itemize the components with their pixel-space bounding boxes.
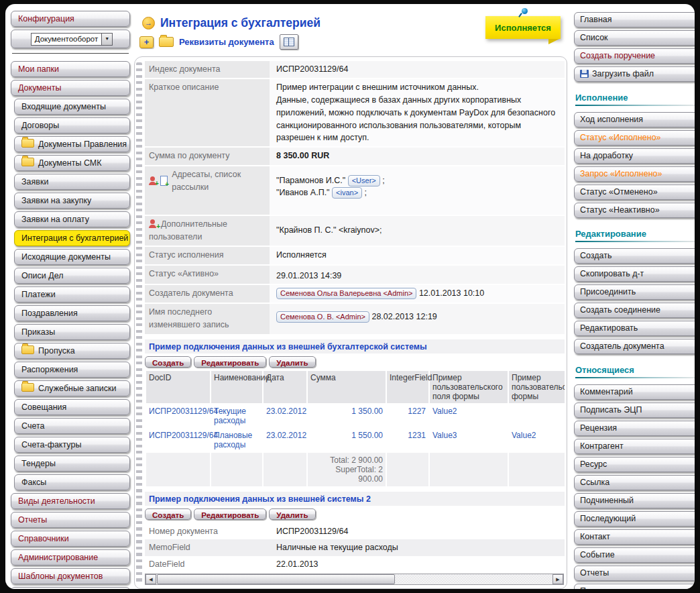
doc-requisites-link[interactable]: Реквизиты документа bbox=[179, 37, 274, 47]
create-assignment-button[interactable]: Создать поручение bbox=[574, 48, 695, 64]
sidebar-item[interactable]: Заявки на оплату bbox=[14, 211, 130, 227]
configuration-button[interactable]: Конфигурация bbox=[11, 11, 130, 27]
action-button[interactable]: На доработку bbox=[574, 148, 695, 164]
action-button[interactable]: Статус «Неактивно» bbox=[574, 203, 695, 218]
book-icon bbox=[284, 38, 294, 46]
action-button[interactable]: Скопировать д-т bbox=[574, 266, 695, 282]
sidebar-item[interactable]: Мои папки bbox=[11, 61, 130, 77]
modifier-date: 28.02.2013 12:19 bbox=[371, 312, 436, 321]
list-button[interactable]: Список bbox=[574, 30, 695, 46]
scroll-left-arrow[interactable]: ◀ bbox=[145, 574, 156, 584]
action-button[interactable]: Ресурс bbox=[574, 457, 695, 472]
sidebar-item[interactable]: Факсы bbox=[14, 474, 130, 490]
horizontal-scrollbar[interactable]: ◀ ▶ bbox=[145, 574, 564, 585]
create-button[interactable]: Создать bbox=[145, 356, 191, 368]
add-user-icon[interactable]: + bbox=[149, 176, 158, 185]
action-button[interactable]: Контрагент bbox=[574, 439, 695, 454]
delete-button[interactable]: Удалить bbox=[269, 508, 315, 520]
sidebar-item[interactable]: Служебные записки bbox=[14, 380, 130, 396]
user-chip[interactable]: <User> bbox=[348, 175, 380, 186]
sidebar-item[interactable]: Документы Правления bbox=[14, 136, 130, 152]
sidebar-item[interactable]: Заявки на закупку bbox=[14, 193, 130, 209]
add-button[interactable]: + bbox=[139, 36, 154, 48]
action-button[interactable]: Подписать ЭЦП bbox=[574, 402, 695, 418]
totals-cell: Total: 2 900.00 SuperTotal: 2 900.00 bbox=[307, 452, 386, 487]
sidebar-item[interactable]: Распоряжения bbox=[14, 362, 130, 378]
action-button[interactable]: Статус «Отменено» bbox=[574, 184, 695, 200]
action-button[interactable]: Ход исполнения bbox=[574, 112, 695, 127]
sidebar-item[interactable]: Счета bbox=[14, 418, 130, 434]
action-button[interactable]: Комментарий bbox=[574, 384, 695, 400]
cell-docid[interactable]: ИСПР20031129/64 bbox=[145, 404, 211, 428]
create-button[interactable]: Создать bbox=[145, 508, 191, 520]
section2-title: Пример подключения данных из внешней сис… bbox=[145, 492, 565, 506]
action-button[interactable]: Редактировать bbox=[574, 321, 695, 336]
action-button[interactable]: Присоединить bbox=[574, 284, 695, 300]
add-document-icon[interactable]: + bbox=[160, 176, 168, 186]
delete-button[interactable]: Удалить bbox=[269, 356, 315, 368]
scroll-right-arrow[interactable]: ▶ bbox=[552, 574, 563, 584]
sidebar-item[interactable]: Пропуска bbox=[14, 343, 130, 359]
sidebar-item[interactable]: Входящие документы bbox=[14, 99, 130, 115]
action-button[interactable]: Статус «Исполнено» bbox=[574, 130, 695, 146]
sidebar-item[interactable]: Виды деятельности bbox=[11, 493, 130, 509]
field-row: Номер документа ИСПР20031129/64 bbox=[145, 523, 565, 540]
cell-docid[interactable]: ИСПР20031129/64 bbox=[145, 428, 211, 452]
home-button[interactable]: Главная bbox=[574, 12, 695, 28]
sidebar-item[interactable]: Администрирование bbox=[11, 549, 130, 565]
action-button[interactable]: Создать bbox=[574, 248, 695, 264]
sidebar-item[interactable]: Документы СМК bbox=[14, 155, 130, 171]
sidebar-item-label: Документы bbox=[18, 83, 61, 93]
totals-row: Total: 2 900.00 SuperTotal: 2 900.00 bbox=[145, 452, 565, 487]
sidebar-item[interactable]: Платежи bbox=[14, 286, 130, 303]
action-button[interactable]: Подчиненный bbox=[574, 493, 695, 508]
sidebar-item[interactable]: Приказы bbox=[14, 324, 130, 340]
modifier-chip[interactable]: Семенова О. В. <Admin> bbox=[276, 311, 369, 323]
sidebar-item[interactable]: Договоры bbox=[14, 117, 130, 133]
sidebar-item[interactable]: Счета-фактуры bbox=[14, 437, 130, 453]
scrollbar-thumb[interactable] bbox=[157, 574, 395, 584]
cell-name[interactable]: Плановые расходы bbox=[211, 428, 263, 452]
cell-name[interactable]: Текущие расходы bbox=[211, 404, 263, 428]
sidebar-item[interactable]: Совещания bbox=[14, 399, 130, 415]
sidebar-item[interactable]: Интеграция с бухгалтерией bbox=[14, 230, 130, 246]
cell-custom1: Value3 bbox=[429, 428, 508, 452]
sidebar-item[interactable]: Справочники bbox=[11, 531, 130, 547]
sidebar-item[interactable]: Ссылки bbox=[11, 587, 130, 589]
action-button[interactable]: Запрос «Исполнено» bbox=[574, 166, 695, 182]
table-row[interactable]: ИСПР20031129/64 Текущие расходы 23.02.20… bbox=[145, 404, 565, 428]
action-button[interactable]: Отчеты bbox=[574, 565, 695, 581]
sidebar-item[interactable]: Документы bbox=[11, 80, 130, 96]
field-value: Пример интеграции с внешним источником д… bbox=[270, 79, 565, 146]
upload-file-button[interactable]: Загрузить файл bbox=[574, 66, 695, 82]
journal-button[interactable] bbox=[280, 34, 298, 50]
action-button[interactable]: Контакт bbox=[574, 529, 695, 545]
table-row[interactable]: ИСПР20031129/64 Плановые расходы 23.02.2… bbox=[145, 428, 565, 452]
action-button[interactable]: Ссылка bbox=[574, 475, 695, 490]
sidebar-item[interactable]: Шаблоны документов bbox=[11, 568, 130, 584]
edit-button[interactable]: Редактировать bbox=[194, 356, 266, 368]
sidebar-item[interactable]: Заявки bbox=[14, 174, 130, 190]
sidebar-item[interactable]: Тендеры bbox=[14, 455, 130, 472]
creator-chip[interactable]: Семенова Ольга Валерьевна <Admin> bbox=[276, 288, 416, 299]
sidebar-item[interactable]: Исходящие документы bbox=[14, 249, 130, 265]
action-button[interactable]: Создатель документа bbox=[574, 339, 695, 354]
sidebar-item[interactable]: Отчеты bbox=[11, 512, 130, 528]
action-button[interactable]: Создать соединение bbox=[574, 303, 695, 318]
sidebar-item[interactable]: Описи Дел bbox=[14, 268, 130, 284]
field-label: Краткое описание bbox=[145, 79, 270, 146]
field-row: DateField 22.01.2013 bbox=[145, 556, 565, 571]
action-button[interactable]: Рецензия bbox=[574, 421, 695, 436]
edit-button[interactable]: Редактировать bbox=[194, 508, 266, 520]
action-button[interactable]: Последующий bbox=[574, 511, 695, 527]
field-label: Создатель документа bbox=[145, 285, 270, 302]
chevron-down-icon[interactable]: ▼ bbox=[101, 34, 112, 45]
sidebar-item[interactable]: Поздравления bbox=[14, 305, 130, 321]
module-select[interactable]: Документооборот ▼ bbox=[31, 33, 113, 46]
user-chip[interactable]: <ivan> bbox=[332, 187, 362, 199]
field-row: Создатель документа Семенова Ольга Валер… bbox=[145, 285, 565, 303]
action-button[interactable]: Событие bbox=[574, 547, 695, 563]
folder-icon bbox=[21, 139, 34, 148]
add-user-icon[interactable]: + bbox=[149, 219, 159, 228]
action-button[interactable]: Пользователи bbox=[574, 584, 695, 589]
